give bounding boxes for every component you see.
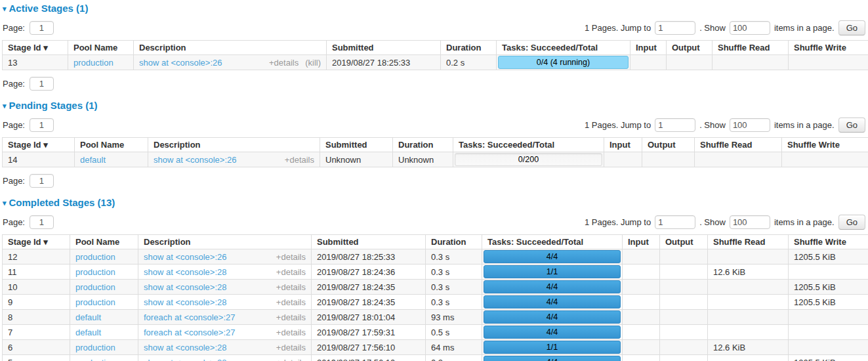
jump-to-page-input[interactable]	[655, 21, 695, 35]
description-cell: show at <console>:28 +details	[138, 295, 312, 310]
active-stages-header[interactable]: ▾Active Stages (1)	[3, 3, 865, 14]
column-header[interactable]: Submitted	[327, 41, 441, 55]
shuffle-read-cell: 12.6 KiB	[708, 340, 789, 355]
pool-link[interactable]: production	[73, 58, 114, 68]
go-button[interactable]: Go	[838, 215, 865, 230]
column-header[interactable]: Tasks: Succeeded/Total	[497, 41, 630, 55]
page-number-input[interactable]	[30, 77, 54, 91]
column-header[interactable]: Shuffle Read	[713, 41, 789, 55]
description-link[interactable]: show at <console>:28	[144, 343, 226, 352]
description-link[interactable]: show at <console>:28	[144, 297, 226, 307]
duration-cell: Unknown	[393, 152, 453, 167]
submitted-cell: 2019/08/27 18:25:33	[327, 55, 441, 70]
details-toggle[interactable]: +details	[276, 297, 306, 307]
jump-to-page-input[interactable]	[655, 215, 695, 229]
table-row: 12 production show at <console>:26 +deta…	[3, 249, 868, 265]
column-header[interactable]: Input	[604, 138, 642, 152]
page-number-input[interactable]	[30, 21, 54, 35]
submitted-cell: 2019/08/27 18:24:35	[312, 295, 426, 310]
go-button[interactable]: Go	[838, 20, 865, 35]
input-cell	[623, 355, 660, 361]
page-number-input[interactable]	[30, 215, 54, 229]
items-per-page-input[interactable]	[730, 215, 770, 229]
description-link[interactable]: show at <console>:28	[144, 282, 226, 292]
column-header[interactable]: Description	[134, 41, 327, 55]
shuffle-read-cell	[708, 325, 789, 340]
details-toggle[interactable]: +details	[276, 343, 306, 352]
shuffle-read-cell	[708, 295, 789, 310]
column-header[interactable]: Submitted	[320, 138, 393, 152]
details-toggle[interactable]: +details	[276, 328, 306, 337]
tasks-progress-bar: 4/4	[484, 295, 621, 308]
output-cell	[660, 340, 708, 355]
column-header[interactable]: Output	[642, 138, 695, 152]
column-header[interactable]: Shuffle Read	[708, 235, 789, 249]
column-header[interactable]: Tasks: Succeeded/Total	[453, 138, 604, 152]
column-header[interactable]: Shuffle Write	[789, 41, 868, 55]
page-number-input[interactable]	[30, 174, 54, 188]
column-header[interactable]: Duration	[426, 235, 482, 249]
description-link[interactable]: show at <console>:28	[144, 267, 226, 277]
pool-link[interactable]: default	[80, 155, 106, 165]
shuffle-write-cell: 1205.5 KiB	[789, 295, 868, 310]
column-header[interactable]: Duration	[393, 138, 453, 152]
column-header[interactable]: Pool Name	[68, 41, 134, 55]
output-cell	[642, 152, 695, 167]
shuffle-write-cell: 1205.5 KiB	[789, 249, 868, 265]
column-header[interactable]: Shuffle Read	[695, 138, 782, 152]
shuffle-read-cell	[713, 55, 789, 70]
column-header[interactable]: Output	[667, 41, 713, 55]
column-header[interactable]: Pool Name	[70, 235, 138, 249]
column-header[interactable]: Shuffle Write	[782, 138, 868, 152]
kill-link[interactable]: (kill)	[305, 58, 321, 68]
tasks-cell: 4/4	[482, 325, 623, 340]
details-toggle[interactable]: +details	[285, 155, 314, 165]
column-header[interactable]: Pool Name	[75, 138, 148, 152]
column-header[interactable]: Submitted	[312, 235, 426, 249]
pool-link[interactable]: production	[75, 358, 115, 361]
description-link[interactable]: foreach at <console>:27	[144, 328, 236, 337]
details-toggle[interactable]: +details	[276, 282, 306, 292]
description-link[interactable]: foreach at <console>:27	[144, 312, 236, 322]
pool-link[interactable]: production	[75, 267, 115, 277]
column-header[interactable]: Stage Id ▾	[3, 235, 70, 249]
jump-to-page-input[interactable]	[655, 118, 695, 132]
pool-link[interactable]: production	[75, 343, 115, 352]
details-toggle[interactable]: +details	[276, 252, 306, 262]
pending-stages-header[interactable]: ▾Pending Stages (1)	[3, 100, 865, 112]
details-toggle[interactable]: +details	[276, 312, 306, 322]
column-header[interactable]: Stage Id ▾	[3, 41, 68, 55]
page-number-input[interactable]	[30, 118, 54, 132]
column-header[interactable]: Input	[623, 235, 660, 249]
column-header[interactable]: Stage Id ▾	[3, 138, 75, 152]
pool-link[interactable]: production	[75, 252, 115, 262]
column-header[interactable]: Tasks: Succeeded/Total	[482, 235, 623, 249]
pool-link[interactable]: production	[75, 297, 115, 307]
duration-cell: 0.3 s	[426, 295, 482, 310]
description-link[interactable]: show at <console>:26	[139, 58, 222, 68]
output-cell	[660, 325, 708, 340]
column-header[interactable]: Description	[148, 138, 320, 152]
duration-cell: 0.2 s	[441, 55, 497, 70]
submitted-cell: Unknown	[320, 152, 393, 167]
tasks-progress-bar: 1/1	[484, 265, 621, 278]
description-link[interactable]: show at <console>:26	[144, 252, 226, 262]
go-button[interactable]: Go	[838, 117, 865, 133]
description-link[interactable]: show at <console>:28	[144, 358, 226, 361]
pool-link[interactable]: production	[75, 282, 115, 292]
column-header[interactable]: Description	[138, 235, 312, 249]
stage-id-cell: 14	[3, 152, 75, 167]
description-link[interactable]: show at <console>:26	[154, 155, 236, 165]
details-toggle[interactable]: +details	[276, 267, 306, 277]
details-toggle[interactable]: +details	[276, 358, 306, 361]
items-per-page-input[interactable]	[730, 21, 770, 35]
column-header[interactable]: Output	[660, 235, 708, 249]
details-toggle[interactable]: +details	[269, 58, 299, 68]
column-header[interactable]: Input	[630, 41, 667, 55]
pool-link[interactable]: default	[75, 312, 101, 322]
pool-link[interactable]: default	[75, 328, 101, 337]
column-header[interactable]: Duration	[441, 41, 497, 55]
column-header[interactable]: Shuffle Write	[789, 235, 868, 249]
items-per-page-input[interactable]	[730, 118, 770, 132]
completed-stages-header[interactable]: ▾Completed Stages (13)	[3, 197, 865, 209]
